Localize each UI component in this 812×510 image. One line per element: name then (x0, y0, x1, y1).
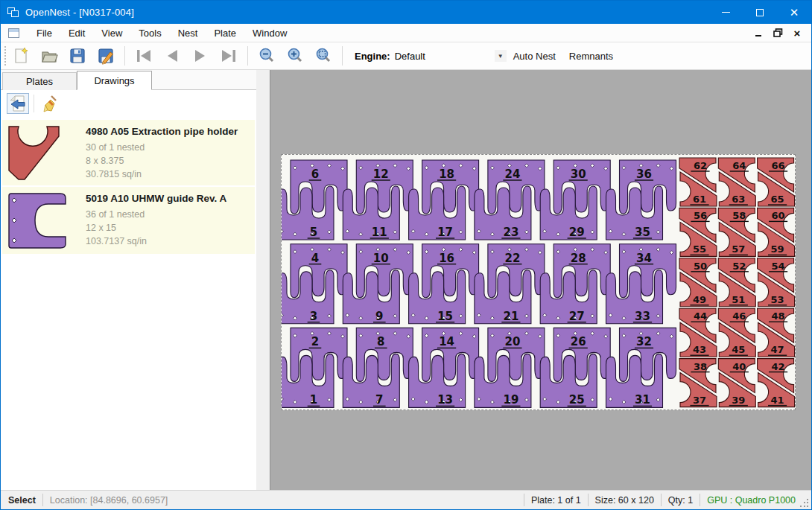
mdi-close-button[interactable]: × (789, 26, 805, 39)
svg-text:24: 24 (504, 168, 520, 181)
save-as-icon (97, 47, 115, 65)
svg-text:2: 2 (311, 335, 319, 348)
svg-text:16: 16 (439, 252, 454, 265)
part-thumbnail-red (7, 124, 75, 181)
zoom-in-button[interactable] (282, 45, 308, 67)
svg-text:35: 35 (635, 226, 650, 239)
chevron-down-icon[interactable]: ▼ (495, 50, 507, 62)
open-icon (40, 47, 58, 65)
svg-text:50: 50 (694, 261, 707, 272)
nav-prev-icon (162, 48, 182, 64)
new-button[interactable] (8, 45, 34, 67)
maximize-button[interactable] (743, 1, 777, 24)
resize-grip[interactable] (800, 499, 809, 508)
svg-text:63: 63 (732, 194, 745, 205)
left-panel: Plates Drawings (1, 70, 256, 491)
return-part-button[interactable] (7, 93, 29, 114)
main-area: Plates Drawings (1, 70, 811, 491)
zoom-out-icon (258, 47, 276, 65)
zoom-fit-button[interactable] (311, 45, 336, 67)
svg-text:39: 39 (732, 395, 745, 406)
nav-first-button[interactable] (131, 45, 156, 67)
main-toolbar: Engine: Default ▼ Auto Nest Remnants (1, 42, 811, 70)
svg-text:23: 23 (503, 226, 518, 239)
clean-button[interactable] (39, 93, 61, 114)
tab-drawings[interactable]: Drawings (77, 71, 152, 90)
nav-last-button[interactable] (216, 45, 241, 67)
svg-text:22: 22 (504, 252, 520, 265)
save-icon (69, 47, 86, 65)
nav-prev-button[interactable] (159, 45, 185, 67)
menu-item-plate[interactable]: Plate (206, 25, 244, 41)
window-title: OpenNest - [N0317-004] (25, 7, 134, 18)
svg-text:31: 31 (635, 393, 650, 407)
document-window-icon[interactable] (8, 28, 19, 38)
svg-text:27: 27 (569, 310, 585, 323)
zoom-out-button[interactable] (254, 45, 279, 67)
nav-last-icon (219, 48, 238, 64)
svg-text:55: 55 (693, 243, 706, 255)
plate[interactable]: 6512111817242330293635431091615222128273… (281, 154, 796, 410)
tab-plates[interactable]: Plates (2, 72, 77, 90)
drawing-area: 30.7815 sq/in (86, 168, 238, 181)
svg-text:61: 61 (693, 194, 706, 205)
status-gpu: GPU : Quadro P1000 (707, 495, 796, 506)
svg-text:9: 9 (375, 310, 383, 323)
svg-text:6: 6 (311, 168, 319, 181)
mdi-restore-button[interactable] (770, 26, 786, 39)
menu-item-view[interactable]: View (93, 25, 130, 41)
svg-text:45: 45 (732, 344, 745, 355)
nav-next-button[interactable] (188, 45, 213, 67)
svg-text:62: 62 (694, 160, 707, 171)
svg-text:60: 60 (772, 210, 785, 221)
drawings-list: 4980 A05 Extraction pipe holder 30 of 1 … (1, 117, 256, 254)
mdi-minimize-button[interactable] (750, 26, 767, 39)
save-button[interactable] (65, 45, 90, 67)
svg-text:40: 40 (732, 361, 746, 372)
close-button[interactable]: ✕ (777, 1, 811, 24)
minimize-button[interactable] (708, 1, 743, 24)
toolbar-grip[interactable] (3, 46, 7, 66)
svg-text:30: 30 (571, 168, 586, 181)
engine-combobox[interactable]: Default ▼ (395, 48, 507, 64)
panel-splitter[interactable] (256, 70, 270, 491)
svg-text:42: 42 (772, 361, 785, 372)
open-button[interactable] (37, 45, 62, 67)
svg-text:12: 12 (373, 168, 389, 181)
svg-text:4: 4 (311, 252, 319, 265)
svg-text:8: 8 (377, 335, 384, 348)
svg-text:18: 18 (439, 168, 454, 181)
auto-nest-button[interactable]: Auto Nest (507, 48, 562, 65)
status-mode: Select (8, 495, 36, 506)
svg-text:54: 54 (772, 261, 785, 272)
svg-text:13: 13 (437, 393, 453, 407)
svg-text:1: 1 (310, 393, 317, 407)
svg-text:19: 19 (503, 393, 518, 407)
menu-item-window[interactable]: Window (244, 25, 295, 41)
drawing-list-item[interactable]: 5019 A10 UHMW guide Rev. A 36 of 1 neste… (2, 187, 255, 254)
svg-text:36: 36 (636, 168, 652, 181)
mdi-close-icon: × (794, 27, 801, 39)
return-arrow-icon (9, 95, 27, 112)
new-icon (12, 47, 30, 65)
nest-canvas[interactable]: 6512111817242330293635431091615222128273… (270, 70, 812, 491)
minimize-icon (722, 12, 730, 13)
menu-item-edit[interactable]: Edit (60, 25, 93, 41)
svg-text:7: 7 (375, 393, 383, 407)
svg-text:11: 11 (372, 226, 387, 239)
status-size: Size: 60 x 120 (595, 495, 654, 506)
save-as-button[interactable] (93, 45, 118, 67)
svg-text:44: 44 (694, 310, 707, 322)
drawing-list-item[interactable]: 4980 A05 Extraction pipe holder 30 of 1 … (2, 120, 255, 185)
svg-text:58: 58 (732, 210, 746, 221)
menu-item-file[interactable]: File (28, 25, 60, 41)
svg-text:46: 46 (732, 310, 746, 322)
svg-text:47: 47 (771, 344, 784, 355)
engine-label: Engine: (355, 51, 390, 62)
menu-item-nest[interactable]: Nest (170, 25, 206, 41)
menu-item-tools[interactable]: Tools (130, 25, 169, 41)
svg-text:43: 43 (693, 344, 706, 355)
remnants-button[interactable]: Remnants (562, 48, 620, 65)
drawing-size: 8 x 8.375 (86, 154, 238, 168)
tab-strip: Plates Drawings (1, 70, 256, 90)
